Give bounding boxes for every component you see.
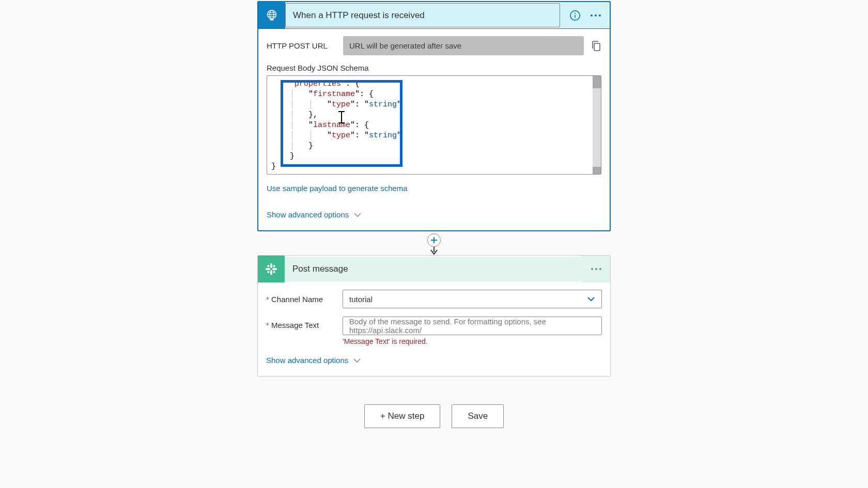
scroll-thumb[interactable] <box>593 76 601 88</box>
svg-rect-18 <box>270 270 272 275</box>
svg-rect-17 <box>270 263 272 268</box>
scroll-thumb[interactable] <box>593 167 601 174</box>
info-icon[interactable] <box>569 10 581 21</box>
new-step-button[interactable]: + New step <box>364 404 441 428</box>
svg-point-26 <box>595 268 597 270</box>
svg-rect-20 <box>272 268 277 270</box>
action-card: Post message * Channel Name tutorial <box>257 255 611 376</box>
message-error: 'Message Text' is required. <box>343 337 602 345</box>
schema-text: "properties": { │ "firstname": { │ │ "ty… <box>271 79 592 172</box>
use-sample-payload-link[interactable]: Use sample payload to generate schema <box>267 184 408 193</box>
svg-point-11 <box>595 14 597 17</box>
http-url-readonly: URL will be generated after save <box>343 36 584 55</box>
channel-select[interactable]: tutorial <box>343 290 602 308</box>
chevron-down-icon <box>587 296 595 302</box>
slack-icon <box>258 256 285 282</box>
scrollbar[interactable] <box>593 76 601 174</box>
svg-point-24 <box>273 271 275 273</box>
text-caret <box>338 111 345 112</box>
save-button[interactable]: Save <box>452 404 504 428</box>
message-text-label: * Message Text <box>266 317 343 329</box>
text-caret <box>341 112 342 122</box>
action-header[interactable]: Post message <box>258 256 610 282</box>
trigger-header[interactable]: When a HTTP request is received <box>258 2 610 29</box>
more-icon[interactable] <box>591 267 602 271</box>
channel-name-label: * Channel Name <box>266 295 343 304</box>
schema-editor[interactable]: "properties": { │ "firstname": { │ │ "ty… <box>267 75 601 175</box>
svg-point-9 <box>575 12 576 13</box>
trigger-card: When a HTTP request is received <box>257 1 611 231</box>
show-advanced-toggle[interactable]: Show advanced options <box>266 356 602 365</box>
text-caret <box>338 122 345 123</box>
copy-icon[interactable] <box>591 40 601 52</box>
svg-point-10 <box>591 14 593 17</box>
advanced-label: Show advanced options <box>267 210 349 219</box>
trigger-title: When a HTTP request is received <box>293 10 425 21</box>
chevron-down-icon <box>353 358 361 363</box>
svg-point-27 <box>599 268 601 270</box>
http-trigger-icon <box>258 2 285 28</box>
show-advanced-toggle[interactable]: Show advanced options <box>267 210 601 219</box>
message-placeholder: Body of the message to send. For formatt… <box>349 317 595 335</box>
channel-value: tutorial <box>349 295 373 304</box>
more-icon[interactable] <box>590 14 601 17</box>
svg-point-12 <box>599 14 601 17</box>
chevron-down-icon <box>354 212 361 217</box>
advanced-label: Show advanced options <box>266 356 348 365</box>
svg-rect-19 <box>266 268 270 270</box>
svg-point-23 <box>267 271 269 273</box>
insert-step-button[interactable] <box>427 233 441 247</box>
connector <box>257 231 611 255</box>
svg-point-22 <box>273 265 275 267</box>
action-title: Post message <box>292 264 348 274</box>
svg-point-25 <box>591 268 593 270</box>
svg-rect-13 <box>594 43 600 51</box>
schema-label: Request Body JSON Schema <box>267 64 601 72</box>
svg-rect-6 <box>271 18 272 20</box>
http-url-label: HTTP POST URL <box>267 41 343 50</box>
message-text-input[interactable]: Body of the message to send. For formatt… <box>343 317 602 335</box>
svg-point-21 <box>267 265 269 267</box>
